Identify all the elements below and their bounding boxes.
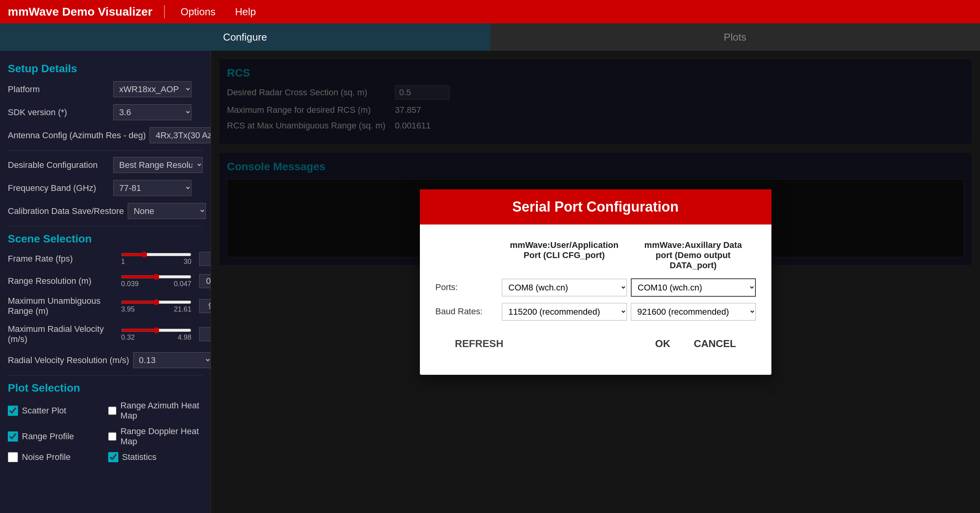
- max-vel-value[interactable]: 1: [199, 327, 211, 341]
- ok-button[interactable]: OK: [647, 335, 678, 353]
- main-layout: Setup Details Platform xWR18xx_AOP SDK v…: [0, 51, 980, 513]
- scene-section-title: Scene Selection: [8, 233, 203, 245]
- frame-rate-slider[interactable]: [121, 251, 191, 258]
- max-range-slider-container: 3.95 21.61: [121, 299, 191, 314]
- noise-profile-checkbox[interactable]: [8, 452, 18, 462]
- platform-row: Platform xWR18xx_AOP: [8, 81, 203, 97]
- noise-profile-row: Noise Profile: [8, 452, 103, 462]
- range-res-label: Range Resolution (m): [8, 276, 117, 286]
- sdk-select[interactable]: 3.6: [113, 104, 191, 120]
- max-range-slider[interactable]: [121, 299, 191, 305]
- tab-bar: Configure Plots: [0, 23, 980, 51]
- tab-configure[interactable]: Configure: [0, 23, 490, 51]
- dialog-header: Serial Port Configuration: [420, 189, 771, 224]
- scatter-plot-checkbox[interactable]: [8, 406, 18, 416]
- vel-res-select[interactable]: 0.13: [133, 352, 211, 368]
- divider-2: [8, 226, 203, 226]
- top-bar: mmWave Demo Visualizer Options Help: [0, 0, 980, 23]
- cal-label: Calibration Data Save/Restore: [8, 206, 124, 216]
- left-panel: Setup Details Platform xWR18xx_AOP SDK v…: [0, 51, 211, 513]
- baud-label: Baud Rates:: [436, 306, 498, 317]
- range-profile-label: Range Profile: [22, 431, 74, 442]
- range-profile-checkbox[interactable]: [8, 431, 18, 442]
- scatter-plot-row: Scatter Plot: [8, 401, 103, 421]
- antenna-label: Antenna Config (Azimuth Res - deg): [8, 130, 146, 141]
- baud-col1-select[interactable]: 115200 (recommended): [502, 303, 627, 321]
- max-range-row: Maximum Unambiguous Range (m) 3.95 21.61…: [8, 296, 203, 316]
- range-res-min: 0.039: [121, 280, 139, 288]
- col2-header: mmWave:Auxillary Data port (Demo output …: [631, 236, 756, 274]
- range-res-value[interactable]: 0.044: [199, 274, 211, 288]
- serial-port-dialog: Serial Port Configuration mmWave:User/Ap…: [420, 189, 771, 375]
- frame-rate-slider-container: 1 30: [121, 251, 191, 266]
- desirable-label: Desirable Configuration: [8, 160, 109, 170]
- platform-select[interactable]: xWR18xx_AOP: [113, 81, 191, 97]
- statistics-checkbox[interactable]: [108, 452, 118, 462]
- setup-section-title: Setup Details: [8, 62, 203, 75]
- freq-row: Frequency Band (GHz) 77-81: [8, 180, 203, 196]
- range-doppler-row: Range Doppler Heat Map: [108, 426, 203, 447]
- frame-rate-value[interactable]: 10: [199, 252, 211, 266]
- frame-rate-max: 30: [184, 258, 191, 266]
- app-title: mmWave Demo Visualizer: [8, 5, 165, 18]
- max-range-min: 3.95: [121, 305, 135, 314]
- desirable-row: Desirable Configuration Best Range Resol…: [8, 157, 203, 173]
- frame-rate-row: Frame Rate (fps) 1 30 10: [8, 251, 203, 266]
- ports-label: Ports:: [436, 282, 498, 292]
- statistics-label: Statistics: [122, 452, 157, 462]
- noise-profile-label: Noise Profile: [22, 452, 71, 462]
- max-range-label: Maximum Unambiguous Range (m): [8, 296, 117, 316]
- menu-help[interactable]: Help: [231, 4, 260, 20]
- range-azimuth-label: Range Azimuth Heat Map: [120, 401, 203, 421]
- divider-1: [8, 150, 203, 151]
- range-res-slider[interactable]: [121, 274, 191, 280]
- refresh-button[interactable]: REFRESH: [447, 335, 511, 353]
- statistics-row: Statistics: [108, 452, 203, 462]
- antenna-select[interactable]: 4Rx,3Tx(30 Azim 38 Elev): [150, 127, 211, 143]
- max-vel-min: 0.32: [121, 333, 135, 342]
- max-range-value[interactable]: 9.02: [199, 299, 211, 313]
- plot-checkbox-grid: Scatter Plot Range Azimuth Heat Map Rang…: [8, 401, 203, 462]
- antenna-row: Antenna Config (Azimuth Res - deg) 4Rx,3…: [8, 127, 203, 143]
- range-doppler-label: Range Doppler Heat Map: [120, 426, 203, 447]
- baud-col2-select[interactable]: 921600 (recommended): [631, 303, 756, 321]
- max-vel-max: 4.98: [178, 333, 191, 342]
- ports-row: Ports: COM8 (wch.cn) COM10 (wch.cn): [436, 278, 756, 297]
- freq-select[interactable]: 77-81: [113, 180, 191, 196]
- range-res-slider-container: 0.039 0.047: [121, 274, 191, 288]
- freq-label: Frequency Band (GHz): [8, 183, 109, 193]
- platform-label: Platform: [8, 84, 109, 94]
- max-vel-slider[interactable]: [121, 327, 191, 333]
- ports-col1-select[interactable]: COM8 (wch.cn): [502, 279, 627, 296]
- ports-col2-select[interactable]: COM10 (wch.cn): [631, 278, 756, 297]
- max-range-max: 21.61: [174, 305, 191, 314]
- col1-header: mmWave:User/Application Port (CLI CFG_po…: [502, 236, 627, 274]
- vel-res-label: Radial Velocity Resolution (m/s): [8, 355, 129, 365]
- range-doppler-checkbox[interactable]: [108, 431, 117, 442]
- frame-rate-label: Frame Rate (fps): [8, 254, 117, 264]
- sdk-row: SDK version (*) 3.6: [8, 104, 203, 120]
- dialog-footer: REFRESH OK CANCEL: [436, 328, 756, 363]
- cal-row: Calibration Data Save/Restore None 0x1F0…: [8, 203, 203, 219]
- range-res-row: Range Resolution (m) 0.039 0.047 0.044: [8, 274, 203, 288]
- modal-overlay: Serial Port Configuration mmWave:User/Ap…: [211, 51, 980, 513]
- vel-res-row: Radial Velocity Resolution (m/s) 0.13 0.…: [8, 352, 203, 368]
- cal-dropdown[interactable]: None: [128, 203, 206, 219]
- range-azimuth-row: Range Azimuth Heat Map: [108, 401, 203, 421]
- range-profile-row: Range Profile: [8, 426, 103, 447]
- max-vel-row: Maximum Radial Velocity (m/s) 0.32 4.98 …: [8, 324, 203, 344]
- cancel-button[interactable]: CANCEL: [686, 335, 744, 353]
- tab-plots[interactable]: Plots: [490, 23, 980, 51]
- baud-row: Baud Rates: 115200 (recommended) 921600 …: [436, 303, 756, 321]
- range-azimuth-checkbox[interactable]: [108, 406, 117, 416]
- frame-rate-min: 1: [121, 258, 125, 266]
- dialog-col-headers: mmWave:User/Application Port (CLI CFG_po…: [436, 236, 756, 274]
- scatter-plot-label: Scatter Plot: [22, 406, 66, 416]
- range-res-max: 0.047: [174, 280, 191, 288]
- dialog-body: mmWave:User/Application Port (CLI CFG_po…: [420, 224, 771, 375]
- max-vel-label: Maximum Radial Velocity (m/s): [8, 324, 117, 344]
- desirable-select[interactable]: Best Range Resolution: [113, 157, 203, 173]
- divider-3: [8, 375, 203, 376]
- menu-options[interactable]: Options: [177, 4, 220, 20]
- sdk-label: SDK version (*): [8, 107, 109, 118]
